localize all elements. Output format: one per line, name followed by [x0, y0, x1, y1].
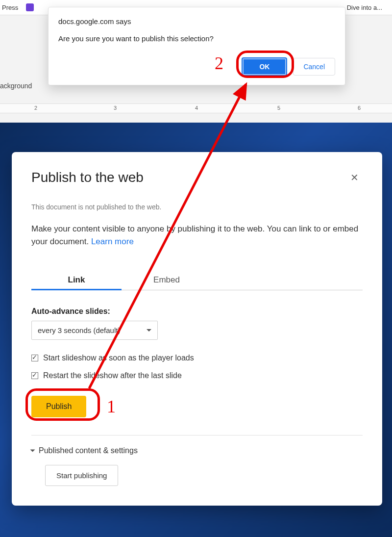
bookmark-label: Press [2, 4, 18, 11]
chevron-down-icon [30, 450, 35, 452]
confirm-dialog: docs.google.com says Are you sure you wa… [48, 7, 345, 85]
auto-advance-label: Auto-advance slides: [31, 307, 363, 316]
cancel-button[interactable]: Cancel [293, 58, 335, 76]
disclosure-label: Published content & settings [39, 446, 138, 455]
tab-link[interactable]: Link [31, 270, 122, 290]
bookmark-item-dive[interactable]: Dive into a... [347, 4, 382, 11]
ruler-tick: 2 [34, 105, 37, 111]
bookmark-favicon-ws [26, 3, 34, 11]
publish-description: Make your content visible to anyone by p… [31, 223, 363, 248]
ruler-tick: 4 [195, 105, 198, 111]
ruler-tick: 6 [358, 105, 361, 111]
checkbox-label: Restart the slideshow after the last sli… [43, 371, 182, 380]
chevron-down-icon [147, 329, 151, 332]
confirm-actions: OK Cancel [58, 57, 335, 76]
checkbox-restart-slideshow[interactable]: Restart the slideshow after the last sli… [31, 371, 363, 380]
bookmark-item-ws[interactable] [26, 3, 37, 11]
divider [31, 435, 363, 435]
publish-tabs: Link Embed [31, 270, 363, 290]
bookmark-item-press[interactable]: Press [2, 4, 18, 11]
toolbar-background-label[interactable]: ackground [0, 82, 32, 90]
publish-description-text: Make your content visible to anyone by p… [31, 224, 358, 246]
auto-advance-value: every 3 seconds (default) [38, 326, 120, 334]
publish-button[interactable]: Publish [31, 396, 86, 417]
ruler-tick: 5 [277, 105, 280, 111]
ruler-tick: 3 [114, 105, 117, 111]
modal-title: Publish to the web [31, 170, 144, 185]
confirm-message: Are you sure you want to publish this se… [58, 34, 335, 43]
checkbox-start-slideshow[interactable]: Start slideshow as soon as the player lo… [31, 354, 363, 362]
tab-embed[interactable]: Embed [122, 270, 212, 290]
auto-advance-select[interactable]: every 3 seconds (default) [31, 321, 158, 340]
learn-more-link[interactable]: Learn more [91, 237, 134, 246]
close-icon[interactable]: ✕ [346, 170, 363, 185]
publish-to-web-modal: Publish to the web ✕ This document is no… [12, 152, 382, 506]
checkbox-icon[interactable] [31, 372, 38, 379]
start-publishing-button[interactable]: Start publishing [45, 465, 118, 486]
ok-button[interactable]: OK [242, 57, 287, 76]
checkbox-label: Start slideshow as soon as the player lo… [43, 354, 194, 362]
not-published-note: This document is not published to the we… [31, 203, 363, 211]
checkbox-icon[interactable] [31, 355, 38, 361]
confirm-origin: docs.google.com says [58, 17, 335, 26]
published-content-disclosure[interactable]: Published content & settings [31, 446, 363, 455]
bookmark-label: Dive into a... [347, 4, 382, 11]
ruler: 2 3 4 5 6 [0, 103, 392, 113]
